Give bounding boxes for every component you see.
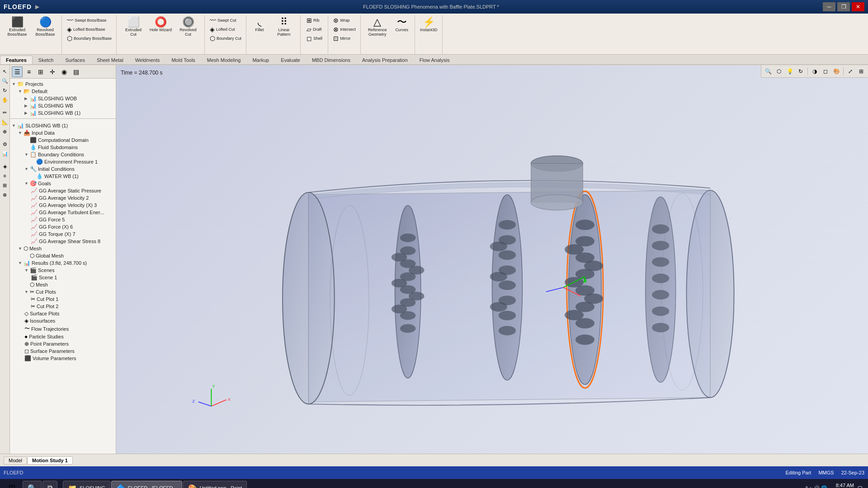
tree-mesh-result[interactable]: ▶ ⬡ Mesh	[10, 281, 116, 288]
tab-mesh-modeling[interactable]: Mesh Modeling	[201, 56, 247, 64]
initial-cond-arrow[interactable]: ▼	[24, 167, 30, 171]
sloshing-wb1-arrow[interactable]: ▶	[24, 111, 30, 115]
swept-boss-button[interactable]: 〰 Swept Boss/Base	[65, 16, 108, 24]
tree-area[interactable]: ▼ 📁 Projects ▼ 📂 Default ▶ 📊 SLOSHING WO…	[10, 79, 116, 454]
grid-tool[interactable]: ⊞	[0, 181, 9, 190]
sketch-tool[interactable]: ✏	[0, 108, 9, 117]
relation-tool[interactable]: ⊕	[0, 127, 9, 136]
tree-gg-force5[interactable]: 📈 GG Force 5	[10, 216, 116, 223]
tree-sloshing-wb1[interactable]: ▶ 📊 SLOSHING WB (1)	[10, 109, 116, 117]
wrap-button[interactable]: ⊛ Wrap	[331, 16, 351, 24]
properties-panel-btn[interactable]: ≡	[24, 66, 34, 77]
tab-sheet-metal[interactable]: Sheet Metal	[91, 56, 129, 64]
fillet-button[interactable]: ◟ Fillet	[250, 16, 269, 33]
mesh-arrow[interactable]: ▼	[18, 246, 24, 251]
scenes-arrow[interactable]: ▼	[24, 268, 30, 272]
paint-taskbar-btn[interactable]: 🎨 Untitled.png - Paint	[183, 481, 247, 488]
tab-motion-study[interactable]: Motion Study 1	[27, 456, 73, 465]
sloshing-taskbar-btn[interactable]: 📁 SLOSHING	[63, 481, 110, 488]
tree-gg-force6[interactable]: 📈 GG Force (X) 6	[10, 223, 116, 230]
features-panel-btn[interactable]: ☰	[12, 66, 23, 77]
tree-gg-static[interactable]: 📈 GG Average Static Pressure	[10, 187, 116, 194]
custom-panel-btn[interactable]: ▤	[71, 66, 81, 77]
tree-flow-traj[interactable]: 〜 Flow Trajectories	[10, 324, 116, 333]
rotate-tool[interactable]: ↻	[0, 86, 9, 95]
lofted-cut-button[interactable]: ◈ Lofted Cut	[208, 25, 237, 33]
tree-default[interactable]: ▼ 📂 Default	[10, 88, 116, 95]
tree-mesh[interactable]: ▼ ⬡ Mesh	[10, 245, 116, 252]
minimize-button[interactable]: ─	[823, 2, 835, 11]
tree-gg-turb[interactable]: 📈 GG Average Turbulent Ener...	[10, 209, 116, 216]
tree-sloshing-wob[interactable]: ▶ 📊 SLOSHING WOB	[10, 95, 116, 102]
input-data-arrow[interactable]: ▼	[18, 131, 24, 135]
extruded-boss-button[interactable]: ⬛ Extruded Boss/Base	[4, 16, 31, 38]
tree-sloshing-wb-main[interactable]: ▼ 📊 SLOSHING WB (1)	[10, 122, 116, 129]
tab-mbd-dimensions[interactable]: MBD Dimensions	[306, 56, 356, 64]
measure-tool[interactable]: ⊗	[0, 190, 9, 199]
tree-goals[interactable]: ▼ 🎯 Goals	[10, 180, 116, 187]
boundary-boss-button[interactable]: ⬡ Boundary Boss/Base	[65, 34, 113, 42]
select-tool[interactable]: ↖	[0, 67, 9, 76]
mirror-button[interactable]: ⊡ Mirror	[331, 34, 353, 42]
tab-evaluate[interactable]: Evaluate	[275, 56, 306, 64]
tree-gg-vel3[interactable]: 📈 GG Average Velocity (X) 3	[10, 202, 116, 209]
tab-mold-tools[interactable]: Mold Tools	[165, 56, 201, 64]
tree-comp-domain[interactable]: ▶ ⬛ Computational Domain	[10, 136, 116, 144]
display-panel-btn[interactable]: ✛	[47, 66, 58, 77]
curves-button[interactable]: 〜 Curves	[392, 16, 412, 33]
rib-button[interactable]: ⊞ Rib	[305, 16, 321, 24]
tree-surface-params[interactable]: ◻ Surface Parameters	[10, 347, 116, 355]
lofted-boss-button[interactable]: ◈ Lofted Boss/Base	[65, 25, 107, 33]
settings-tool[interactable]: ⚙	[0, 140, 9, 149]
reference-geometry-button[interactable]: △ Reference Geometry	[364, 16, 391, 38]
section-tool[interactable]: ≡	[0, 171, 9, 180]
shell-button[interactable]: ◻ Shell	[305, 34, 324, 42]
close-button[interactable]: ✕	[852, 2, 864, 11]
sloshing-wb-main-arrow[interactable]: ▼	[12, 123, 17, 128]
draft-button[interactable]: ▱ Draft	[305, 25, 324, 33]
swept-cut-button[interactable]: 〰 Swept Cut	[208, 16, 238, 24]
tree-initial-cond[interactable]: ▼ 🔧 Initial Conditions	[10, 165, 116, 173]
tree-cut-plot1[interactable]: ✂ Cut Plot 1	[10, 296, 116, 303]
tree-water-wb[interactable]: ▶ 💧 WATER WB (1)	[10, 173, 116, 180]
tab-weldments[interactable]: Weldments	[129, 56, 166, 64]
notification-icon[interactable]: 🗨	[858, 485, 863, 488]
taskview-button[interactable]: ⧉	[42, 481, 57, 488]
tree-scene1[interactable]: 🎬 Scene 1	[10, 274, 116, 281]
revolved-cut-button[interactable]: 🔘 Revolved Cut	[175, 16, 202, 38]
boundary-cond-arrow[interactable]: ▼	[24, 152, 30, 157]
tree-fluid-sub[interactable]: ▶ 💧 Fluid Subdomains	[10, 144, 116, 151]
tree-projects[interactable]: ▼ 📁 Projects	[10, 80, 116, 88]
dimension-tool[interactable]: 📐	[0, 117, 9, 127]
tree-isosurfaces[interactable]: ◈ Isosurfaces	[10, 317, 116, 324]
viewport[interactable]: 🔍 ⬡ 💡 ↻ ◑ ◻ 🎨 ⤢ ⊞ Time = 248.700 s	[116, 65, 868, 454]
tree-gg-vel2[interactable]: 📈 GG Average Velocity 2	[10, 194, 116, 202]
tree-cut-plot2[interactable]: ✂ Cut Plot 2	[10, 303, 116, 310]
cut-plots-arrow[interactable]: ▼	[24, 290, 30, 294]
tree-sloshing-wb[interactable]: ▶ 📊 SLOSHING WB	[10, 102, 116, 109]
tab-sketch[interactable]: Sketch	[33, 56, 60, 64]
pan-tool[interactable]: ✋	[0, 95, 9, 104]
sloshing-wob-arrow[interactable]: ▶	[24, 96, 30, 101]
default-arrow[interactable]: ▼	[18, 89, 24, 94]
intersect-button[interactable]: ⊗ Intersect	[331, 25, 358, 33]
tree-scenes[interactable]: ▼ 🎬 Scenes	[10, 267, 116, 274]
tree-point-params[interactable]: ⊕ Point Parameters	[10, 340, 116, 347]
results-arrow[interactable]: ▼	[18, 261, 24, 265]
tab-model[interactable]: Model	[4, 456, 27, 465]
tab-surfaces[interactable]: Surfaces	[60, 56, 91, 64]
tree-global-mesh[interactable]: ▶ ⬡ Global Mesh	[10, 252, 116, 259]
visibility-tool[interactable]: ◈	[0, 162, 9, 171]
extruded-cut-button[interactable]: ⬜ Extruded Cut	[120, 16, 147, 38]
tree-env-pressure[interactable]: ▶ 🔵 Environment Pressure 1	[10, 158, 116, 165]
tab-analysis-prep[interactable]: Analysis Preparation	[356, 56, 414, 64]
goals-arrow[interactable]: ▼	[24, 181, 30, 186]
search-taskbar-button[interactable]: 🔍	[23, 481, 42, 488]
analysis-tool[interactable]: 📊	[0, 149, 9, 158]
hole-wizard-button[interactable]: ⭕ Hole Wizard	[148, 16, 174, 33]
tree-cut-plots[interactable]: ▼ ✂ Cut Plots	[10, 288, 116, 296]
tab-features[interactable]: Features	[0, 56, 33, 64]
config-panel-btn[interactable]: ⊞	[35, 66, 46, 77]
tree-boundary-cond[interactable]: ▼ 📋 Boundary Conditions	[10, 151, 116, 158]
tree-gg-shear8[interactable]: 📈 GG Average Shear Stress 8	[10, 238, 116, 245]
